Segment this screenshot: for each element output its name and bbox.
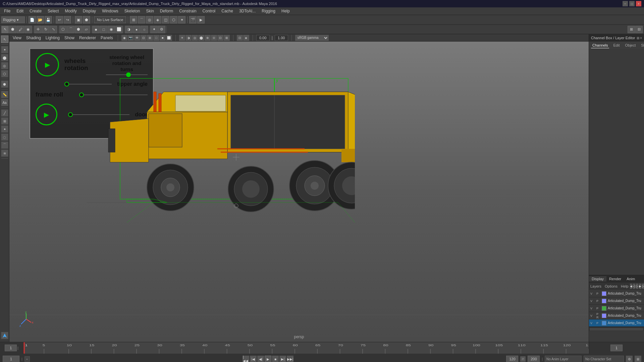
channel-box-expand-btn[interactable]: ⊞ (637, 36, 639, 40)
menu-create[interactable]: Create (27, 8, 44, 14)
camera-tool-btn[interactable]: ◉ (24, 26, 32, 33)
vp-smooth-btn[interactable]: ◉ (108, 26, 115, 33)
paint-select-btn[interactable]: ✦ (1, 46, 8, 53)
select-btn[interactable]: ▣ (75, 16, 82, 23)
layer-nav-next2-btn[interactable]: ▷ (636, 284, 638, 289)
minimize-button[interactable]: − (623, 1, 628, 6)
vp-obj-btn[interactable]: ◉ (121, 35, 127, 41)
paint-tool-btn[interactable]: 🖊 (17, 26, 24, 33)
char-set-icon[interactable]: ⚙ (626, 356, 633, 362)
layer-nav-prev-btn[interactable]: ◀ (630, 284, 632, 289)
menu-rigging[interactable]: Rigging (259, 8, 278, 14)
jiggle-btn[interactable]: ◌ (1, 133, 8, 141)
vp-light-btn[interactable]: ☀ (179, 35, 185, 41)
vp-wire-btn[interactable]: □ (153, 35, 159, 41)
range-start-input[interactable] (3, 356, 19, 362)
cluster-btn[interactable]: ✦ (1, 125, 8, 133)
close-button[interactable]: × (636, 1, 641, 6)
color-space-select[interactable]: sRGB gamma (295, 35, 329, 41)
menu-display[interactable]: Display (80, 8, 99, 14)
cb-tab-object[interactable]: Object (624, 43, 637, 48)
maximize-button[interactable]: □ (629, 1, 635, 6)
vp-menu-renderer[interactable]: Renderer (78, 36, 97, 40)
lasso-btn[interactable]: ⬟ (83, 16, 90, 23)
right-tool1[interactable]: ⊞ (628, 26, 635, 33)
layer-menu-options[interactable]: Options (605, 284, 618, 288)
menu-select[interactable]: Select (45, 8, 61, 14)
vp-value2-input[interactable] (275, 35, 288, 41)
menu-windows[interactable]: Windows (99, 8, 121, 14)
layer-menu-help[interactable]: Help (621, 284, 629, 288)
vp-texture-btn[interactable]: ⬜ (166, 35, 172, 41)
scale-tool-btn[interactable]: ⤡ (50, 26, 57, 33)
vp-menu-lighting[interactable]: Lighting (44, 36, 61, 40)
stop-btn[interactable]: ■ (272, 356, 279, 362)
viewport-canvas[interactable]: ▶ wheels rotation steering wheel rotatio… (9, 42, 589, 342)
wrinkle-btn[interactable]: ≋ (1, 149, 8, 157)
vp-hud-btn[interactable]: ⊡ (217, 35, 223, 41)
vp-menu-shading[interactable]: Shading (25, 36, 42, 40)
measure-btn[interactable]: 📏 (1, 91, 8, 98)
char-set-extra-btn[interactable]: ⊞ (635, 356, 641, 362)
undo-btn[interactable]: ↩ (56, 16, 63, 23)
make-live-btn[interactable]: ⬢ (1, 80, 8, 88)
vp-hide-btn[interactable]: ⊡ (141, 35, 147, 41)
layer-nav-last-btn[interactable]: ▷| (642, 284, 644, 289)
move-tool-btn[interactable]: ✛ (34, 26, 42, 33)
smooth-shade-btn[interactable]: ● (133, 26, 140, 33)
step-forward-btn[interactable]: ▶| (279, 356, 286, 362)
select-tool-btn[interactable]: ↖ (1, 26, 9, 33)
vp-menu-panels[interactable]: Panels (99, 36, 114, 40)
save-scene-btn[interactable]: 💾 (45, 16, 52, 23)
cb-tab-edit[interactable]: Edit (612, 43, 621, 48)
curve-tool-btn[interactable]: ⌒ (67, 26, 74, 33)
vp-show-btn[interactable]: 👁 (134, 35, 140, 41)
vp-aa-btn[interactable]: ⬤ (198, 35, 204, 41)
snap-surface-btn[interactable]: ◈ (154, 16, 161, 23)
play-back-btn[interactable]: ◀| (257, 356, 264, 362)
channel-box-close-btn[interactable]: × (640, 36, 642, 40)
cb-tab-show[interactable]: Show (640, 43, 644, 48)
menu-3dtoai[interactable]: 3DToAI... (236, 8, 258, 14)
wire-btn[interactable]: ⌒ (1, 141, 8, 149)
select-left-btn[interactable]: ↖ (1, 36, 8, 43)
open-scene-btn[interactable]: 📂 (37, 16, 44, 23)
char-set-dropdown[interactable]: No Character Set (584, 356, 624, 362)
vp-grid-btn[interactable]: ⊞ (224, 35, 230, 41)
menu-edit[interactable]: Edit (14, 8, 26, 14)
menu-cache[interactable]: Cache (219, 8, 236, 14)
layer-row-5[interactable]: V P Articulated_Dump_Tru (589, 319, 644, 327)
mesh-tool-btn[interactable]: ⬡ (59, 26, 67, 33)
vp-bounding-btn[interactable]: ⬜ (115, 26, 123, 33)
wheels-circle-btn[interactable]: ▶ (36, 53, 59, 76)
door-circle-btn[interactable]: ▶ (36, 104, 57, 125)
vp-smooth-btn[interactable]: ■ (160, 35, 166, 41)
joint-btn[interactable]: ✦ (150, 26, 158, 33)
live-surface-btn[interactable]: No Live Surface (94, 16, 126, 23)
snap-live-btn[interactable]: ⬡ (170, 16, 177, 23)
vp-motion-btn[interactable]: ⊛ (205, 35, 211, 41)
right-tool2[interactable]: ⊟ (635, 26, 643, 33)
skip-end-btn[interactable]: ▶▶| (287, 356, 293, 362)
menu-help[interactable]: Help (279, 8, 292, 14)
vp-value1-input[interactable] (256, 35, 270, 41)
lasso-tool-btn[interactable]: ⬟ (9, 26, 16, 33)
vp-snap-btn[interactable]: ⊡ (237, 35, 243, 41)
menu-modify[interactable]: Modify (62, 8, 79, 14)
render-btn[interactable]: 🎬 (189, 16, 197, 23)
sculpt-btn[interactable]: ⬤ (1, 54, 8, 61)
playback-speed-input[interactable] (506, 356, 518, 362)
flat-shade-btn[interactable]: ○ (141, 26, 148, 33)
vp-ao-btn[interactable]: ◎ (192, 35, 198, 41)
surface-tool-btn[interactable]: ⬢ (75, 26, 82, 33)
layer-menu-layers[interactable]: Layers (590, 284, 601, 288)
snap-view-btn[interactable]: ◫ (162, 16, 169, 23)
workspace-dropdown[interactable]: Rigging ▾ (1, 16, 25, 23)
skip-start-btn[interactable]: |◀◀ (243, 356, 249, 362)
vp-menu-show[interactable]: Show (63, 36, 76, 40)
lattice-btn[interactable]: ⊞ (1, 117, 8, 125)
layer-scrollbar[interactable] (589, 327, 644, 331)
window-controls[interactable]: − □ × (623, 1, 641, 6)
poly-tool-btn[interactable]: ▱ (83, 26, 90, 33)
play-forward-btn[interactable]: ▶ (265, 356, 271, 362)
